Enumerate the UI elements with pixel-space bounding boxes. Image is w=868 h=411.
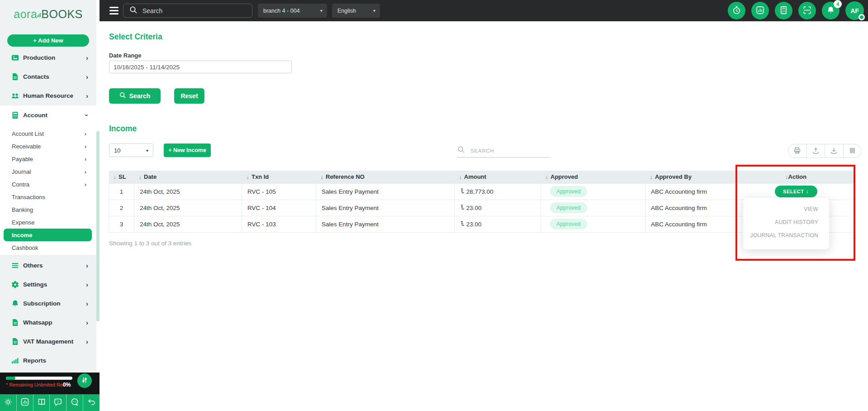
chevron-right-icon: ›: [85, 156, 86, 162]
quick-chat-button[interactable]: [66, 394, 83, 411]
sort-icon: ↓: [321, 173, 324, 180]
chevron-right-icon: ›: [86, 319, 88, 326]
sidebar-item-label: Human Resource: [23, 92, 86, 99]
action-dropdown-menu: VIEW AUDIT HISTORY JOURNAL TRANSACTION: [743, 198, 829, 249]
file-icon: [11, 73, 19, 81]
sidebar-item-others[interactable]: Others ›: [0, 256, 96, 275]
sidebar-item-payable[interactable]: Payable›: [0, 153, 96, 165]
sidebar-item-settings[interactable]: Settings ›: [0, 275, 96, 294]
column-header-reference[interactable]: ↓Reference NO: [316, 171, 455, 183]
table-entries-summary: Showing 1 to 3 out of 3 entries: [109, 240, 191, 247]
cell-reference: Sales Entry Payment: [316, 200, 455, 216]
usage-progress-fill: [6, 377, 15, 380]
sidebar-item-cashbook[interactable]: Cashbook: [0, 241, 96, 254]
sidebar-item-subscription[interactable]: Subscription ›: [0, 294, 96, 313]
add-new-button[interactable]: + Add New: [7, 34, 89, 47]
preferences-button[interactable]: [77, 373, 92, 388]
notifications-button[interactable]: 4: [822, 2, 840, 19]
sidebar-scrollbar-thumb[interactable]: [96, 131, 100, 321]
new-income-button[interactable]: + New Income: [164, 143, 211, 157]
cell-date: 24th Oct, 2025: [134, 183, 242, 200]
sidebar-item-reports[interactable]: Reports: [0, 351, 96, 370]
column-header-date[interactable]: ↓Date: [134, 171, 242, 183]
chevron-right-icon: ›: [86, 92, 88, 99]
sidebar-item-vat-management[interactable]: VAT Management ›: [0, 332, 96, 351]
analytics-button[interactable]: [751, 2, 769, 19]
column-header-approved-by[interactable]: ↓Approved By: [645, 171, 737, 183]
menu-item-audit-history[interactable]: AUDIT HISTORY: [743, 215, 829, 229]
brand-logo[interactable]: aoraBOOKS: [0, 8, 96, 21]
language-select[interactable]: English ▾: [332, 4, 380, 18]
calculator-button[interactable]: [775, 2, 792, 19]
menu-toggle-button[interactable]: [109, 7, 119, 14]
chevron-right-icon: ›: [85, 131, 86, 137]
sidebar-item-contra[interactable]: Contra›: [0, 178, 96, 191]
book-icon: [37, 397, 47, 409]
file-icon: [11, 319, 19, 326]
print-button[interactable]: [788, 144, 806, 158]
usage-progress-bar: [6, 377, 72, 380]
column-header-action[interactable]: ↓Action: [737, 171, 855, 183]
undo-icon: [86, 397, 96, 409]
scan-button[interactable]: [798, 2, 816, 19]
time-tracker-button[interactable]: [728, 2, 745, 19]
usage-percent: 0%: [63, 382, 71, 388]
sidebar-item-human-resource[interactable]: Human Resource ›: [0, 86, 96, 105]
sidebar-item-production[interactable]: Production ›: [0, 48, 96, 67]
chevron-right-icon: ›: [85, 169, 86, 175]
cell-approved-by: ABC Accounting firm: [645, 200, 737, 216]
columns-button[interactable]: [843, 144, 862, 158]
bar-chart-icon: [20, 397, 30, 409]
column-header-txn-id[interactable]: ↓Txn Id: [242, 171, 316, 183]
sidebar-nav-bottom: Others › Settings › Subscription › Whats…: [0, 256, 96, 370]
page-size-select[interactable]: 10 ▾: [109, 143, 153, 157]
chevron-right-icon: ›: [86, 262, 88, 269]
topbar-icon-cluster: 4 AF: [728, 0, 864, 21]
sidebar-item-journal[interactable]: Journal›: [0, 165, 96, 178]
select-action-button[interactable]: SELECT↓: [775, 186, 817, 197]
table-search-input[interactable]: [470, 148, 543, 153]
image-icon: [11, 54, 19, 62]
branch-select[interactable]: branch 4 - 004 ▾: [258, 4, 327, 18]
sidebar-item-label: Subscription: [23, 300, 86, 307]
quick-help-button[interactable]: ?: [49, 394, 66, 411]
reset-button[interactable]: Reset: [174, 88, 204, 104]
bell-icon: [826, 5, 835, 16]
menu-item-journal-transaction[interactable]: JOURNAL TRANSACTION: [743, 229, 829, 242]
table-toolbar: [788, 144, 862, 158]
quick-settings-button[interactable]: [0, 394, 16, 411]
sidebar-item-account-list[interactable]: Account List›: [0, 127, 96, 140]
column-header-amount[interactable]: ↓Amount: [455, 171, 541, 183]
chevron-right-icon: ›: [85, 182, 86, 187]
column-header-approved[interactable]: ↓Approved: [541, 171, 645, 183]
calculator-icon: [11, 111, 19, 119]
quick-undo-button[interactable]: [83, 394, 100, 411]
search-button[interactable]: Search: [109, 88, 161, 104]
global-search-input[interactable]: [142, 7, 242, 14]
quick-docs-button[interactable]: [33, 394, 50, 411]
sidebar-item-whatsapp[interactable]: Whatsapp ›: [0, 313, 96, 332]
column-header-sl[interactable]: ↓SL: [109, 171, 134, 183]
sidebar-item-account[interactable]: Account ›: [0, 105, 96, 124]
income-section-title: Income: [109, 124, 137, 134]
sidebar-item-expense[interactable]: Expense: [0, 216, 96, 229]
menu-item-view[interactable]: VIEW: [743, 202, 829, 215]
sidebar-item-income-active[interactable]: Income: [4, 229, 92, 241]
upload-icon: [811, 146, 820, 156]
chevron-right-icon: ›: [86, 338, 88, 345]
sidebar-item-label: Account: [23, 112, 86, 119]
sidebar-item-contacts[interactable]: Contacts ›: [0, 67, 96, 86]
cell-approved: Approved: [541, 216, 645, 232]
svg-text:?: ?: [57, 399, 59, 403]
quick-reports-button[interactable]: [16, 394, 33, 411]
sidebar-item-transactions[interactable]: Transactions: [0, 191, 96, 203]
sidebar-scrollbar[interactable]: [96, 0, 100, 373]
sidebar-item-receivable[interactable]: Receivable›: [0, 140, 96, 153]
sidebar-item-banking[interactable]: Banking: [0, 203, 96, 216]
avatar[interactable]: AF: [845, 1, 864, 20]
date-range-input[interactable]: [109, 61, 292, 73]
export-button[interactable]: [806, 144, 825, 158]
download-button[interactable]: [825, 144, 843, 158]
sidebar-item-label: Others: [23, 262, 86, 269]
taka-currency-icon: [460, 221, 465, 228]
